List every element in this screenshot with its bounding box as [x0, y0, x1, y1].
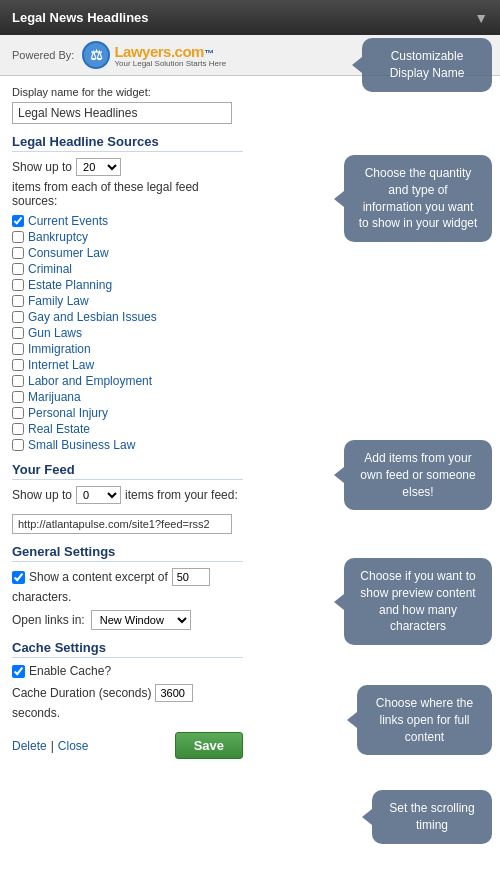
source-estate-planning-checkbox[interactable] [12, 279, 24, 291]
source-internet-law: Internet Law [12, 358, 243, 372]
source-small-business-link[interactable]: Small Business Law [28, 438, 135, 452]
source-gay-lesbian-checkbox[interactable] [12, 311, 24, 323]
callout-name-tail [352, 57, 362, 73]
cache-duration-label: Cache Duration (seconds) [12, 686, 151, 700]
enable-cache-row: Enable Cache? [12, 664, 243, 678]
legal-sources-heading: Legal Headline Sources [12, 134, 243, 152]
show-items-row: Show up to 5 10 15 20 25 30 50 items fro… [12, 158, 243, 208]
callout-feed-text: Add items from your own feed or someone … [360, 451, 475, 499]
source-bankruptcy: Bankruptcy [12, 230, 243, 244]
source-personal-injury-link[interactable]: Personal Injury [28, 406, 108, 420]
display-name-input[interactable] [12, 102, 232, 124]
callout-name-text: Customizable Display Name [390, 49, 465, 80]
callout-feed: Add items from your own feed or someone … [344, 440, 492, 510]
lawyers-logo-icon: ⚖ [82, 41, 110, 69]
feed-show-post: items from your feed: [125, 488, 238, 502]
source-bankruptcy-checkbox[interactable] [12, 231, 24, 243]
display-name-label: Display name for the widget: [12, 86, 243, 98]
excerpt-count-input[interactable] [172, 568, 210, 586]
source-real-estate-link[interactable]: Real Estate [28, 422, 90, 436]
source-gay-lesbian-link[interactable]: Gay and Lesbian Issues [28, 310, 157, 324]
widget-title: Legal News Headlines [12, 10, 149, 25]
callout-feed-tail [334, 467, 344, 483]
callout-links-tail [347, 712, 357, 728]
source-labor-employment-link[interactable]: Labor and Employment [28, 374, 152, 388]
lawyers-logo: ⚖ Lawyers.com™ Your Legal Solution Start… [82, 41, 226, 69]
source-consumer-law: Consumer Law [12, 246, 243, 260]
widget-header: Legal News Headlines ▼ [0, 0, 500, 35]
source-marijuana: Marijuana [12, 390, 243, 404]
cache-duration-unit: seconds. [12, 706, 243, 720]
lawyers-logo-name: Lawyers.com™ [114, 43, 226, 60]
source-personal-injury: Personal Injury [12, 406, 243, 420]
feed-url-input[interactable] [12, 514, 232, 534]
enable-cache-label: Enable Cache? [29, 664, 111, 678]
source-current-events-checkbox[interactable] [12, 215, 24, 227]
source-criminal-link[interactable]: Criminal [28, 262, 72, 276]
source-gun-laws-link[interactable]: Gun Laws [28, 326, 82, 340]
callout-scrolling-tail [362, 809, 372, 825]
footer-links: Delete | Close [12, 739, 89, 753]
source-gun-laws-checkbox[interactable] [12, 327, 24, 339]
source-internet-law-link[interactable]: Internet Law [28, 358, 94, 372]
open-links-label: Open links in: [12, 613, 85, 627]
show-items-post: items from each of these legal feed sour… [12, 180, 243, 208]
collapse-arrow-icon[interactable]: ▼ [474, 10, 488, 26]
feed-show-select[interactable]: 0 5 10 15 20 [76, 486, 121, 504]
source-personal-injury-checkbox[interactable] [12, 407, 24, 419]
enable-cache-checkbox[interactable] [12, 665, 25, 678]
callout-links: Choose where the links open for full con… [357, 685, 492, 755]
source-immigration-link[interactable]: Immigration [28, 342, 91, 356]
feed-show-row: Show up to 0 5 10 15 20 items from your … [12, 486, 243, 504]
source-small-business-checkbox[interactable] [12, 439, 24, 451]
lawyers-logo-tagline: Your Legal Solution Starts Here [114, 60, 226, 68]
callout-preview: Choose if you want to show preview conte… [344, 558, 492, 645]
source-internet-law-checkbox[interactable] [12, 359, 24, 371]
excerpt-row: Show a content excerpt of characters. [12, 568, 243, 604]
source-marijuana-checkbox[interactable] [12, 391, 24, 403]
source-real-estate: Real Estate [12, 422, 243, 436]
source-estate-planning-link[interactable]: Estate Planning [28, 278, 112, 292]
source-marijuana-link[interactable]: Marijuana [28, 390, 81, 404]
source-current-events-link[interactable]: Current Events [28, 214, 108, 228]
powered-by-label: Powered By: [12, 49, 74, 61]
main-content: Display name for the widget: Legal Headl… [0, 76, 255, 779]
excerpt-label: Show a content excerpt of [29, 570, 168, 584]
source-family-law-checkbox[interactable] [12, 295, 24, 307]
open-links-select[interactable]: Same Window New Window Lightbox [91, 610, 191, 630]
close-link[interactable]: Close [58, 739, 89, 753]
cache-duration-input[interactable] [155, 684, 193, 702]
source-consumer-law-link[interactable]: Consumer Law [28, 246, 109, 260]
callout-preview-tail [334, 594, 344, 610]
delete-link[interactable]: Delete [12, 739, 47, 753]
callout-scrolling: Set the scrolling timing [372, 790, 492, 844]
cache-duration-row: Cache Duration (seconds) [12, 684, 243, 702]
source-immigration: Immigration [12, 342, 243, 356]
source-real-estate-checkbox[interactable] [12, 423, 24, 435]
feed-show-pre: Show up to [12, 488, 72, 502]
show-items-pre: Show up to [12, 160, 72, 174]
source-criminal-checkbox[interactable] [12, 263, 24, 275]
source-criminal: Criminal [12, 262, 243, 276]
source-family-law: Family Law [12, 294, 243, 308]
callout-name: Customizable Display Name [362, 38, 492, 92]
callout-scrolling-text: Set the scrolling timing [389, 801, 474, 832]
source-gun-laws: Gun Laws [12, 326, 243, 340]
callout-preview-text: Choose if you want to show preview conte… [360, 569, 475, 633]
callout-quantity: Choose the quantity and type of informat… [344, 155, 492, 242]
footer-row: Delete | Close Save [12, 732, 243, 769]
excerpt-checkbox[interactable] [12, 571, 25, 584]
show-items-select[interactable]: 5 10 15 20 25 30 50 [76, 158, 121, 176]
source-family-law-link[interactable]: Family Law [28, 294, 89, 308]
cache-settings-heading: Cache Settings [12, 640, 243, 658]
save-button[interactable]: Save [175, 732, 243, 759]
source-small-business: Small Business Law [12, 438, 243, 452]
callout-quantity-tail [334, 191, 344, 207]
source-bankruptcy-link[interactable]: Bankruptcy [28, 230, 88, 244]
source-immigration-checkbox[interactable] [12, 343, 24, 355]
feed-sources-list: Current Events Bankruptcy Consumer Law C… [12, 214, 243, 452]
lawyers-logo-text: Lawyers.com™ Your Legal Solution Starts … [114, 43, 226, 68]
source-labor-employment-checkbox[interactable] [12, 375, 24, 387]
source-labor-employment: Labor and Employment [12, 374, 243, 388]
source-consumer-law-checkbox[interactable] [12, 247, 24, 259]
